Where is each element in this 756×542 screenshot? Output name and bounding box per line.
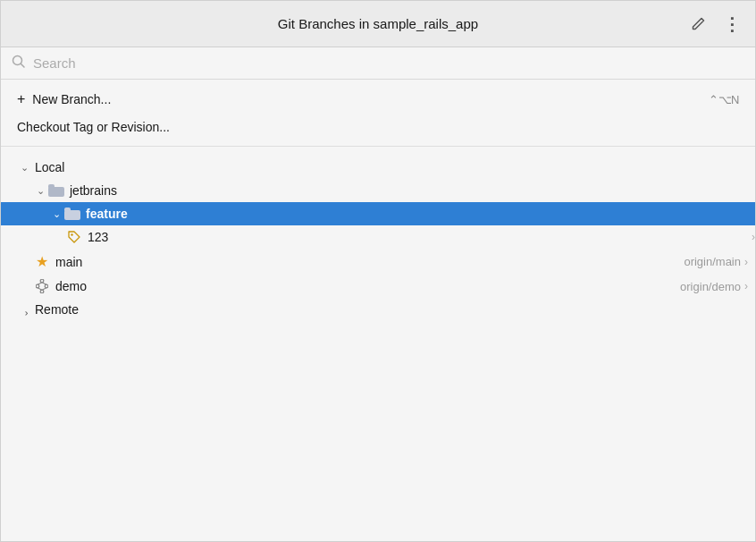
svg-rect-3 xyxy=(48,184,55,189)
svg-point-7 xyxy=(40,279,44,283)
feature-row[interactable]: ⌄ feature xyxy=(1,202,755,225)
main-window: Git Branches in sample_rails_app ⋮ xyxy=(0,0,756,542)
new-branch-item[interactable]: + New Branch... ⌃⌥N xyxy=(1,85,755,114)
jetbrains-folder-icon xyxy=(47,183,65,198)
new-branch-label: New Branch... xyxy=(32,92,111,106)
demo-row[interactable]: demo origin/demo › xyxy=(1,275,755,298)
title-bar-actions: ⋮ xyxy=(687,13,743,35)
title-bar: Git Branches in sample_rails_app ⋮ xyxy=(1,1,755,47)
local-label: Local xyxy=(35,160,64,174)
star-icon: ★ xyxy=(33,253,51,270)
main-row[interactable]: ★ main origin/main › xyxy=(1,249,755,275)
jetbrains-label: jetbrains xyxy=(70,183,117,198)
tree-section: ⌄ Local ⌄ jetbrains ⌄ xyxy=(1,147,755,330)
new-branch-shortcut: ⌃⌥N xyxy=(709,93,739,106)
tag-123-row[interactable]: 123 › xyxy=(1,225,755,249)
tag-123-chevron: › xyxy=(752,231,755,243)
fork-icon xyxy=(33,279,51,293)
feature-folder-icon xyxy=(63,207,81,221)
demo-remote-chevron: › xyxy=(744,280,748,292)
window-title: Git Branches in sample_rails_app xyxy=(278,16,478,31)
svg-line-14 xyxy=(42,288,46,290)
main-label: main xyxy=(55,255,684,269)
demo-remote-ref: origin/demo › xyxy=(680,280,755,293)
menu-section: + New Branch... ⌃⌥N Checkout Tag or Revi… xyxy=(1,80,755,147)
more-options-button[interactable]: ⋮ xyxy=(721,13,743,35)
main-remote-label: origin/main xyxy=(684,255,741,268)
tag-icon xyxy=(65,230,83,244)
local-chevron-down: ⌄ xyxy=(17,162,31,174)
svg-line-1 xyxy=(21,64,25,68)
search-bar xyxy=(1,47,755,80)
jetbrains-chevron-down: ⌄ xyxy=(33,185,47,197)
main-remote-chevron: › xyxy=(744,256,748,268)
demo-remote-label: origin/demo xyxy=(680,280,741,293)
tag-123-label: 123 xyxy=(88,230,752,244)
search-input[interactable] xyxy=(33,55,744,71)
feature-label: feature xyxy=(86,207,755,221)
content-area: + New Branch... ⌃⌥N Checkout Tag or Revi… xyxy=(1,80,755,541)
local-row[interactable]: ⌄ Local xyxy=(1,156,755,179)
main-remote-ref: origin/main › xyxy=(684,255,755,268)
checkout-tag-item[interactable]: Checkout Tag or Revision... xyxy=(1,114,755,140)
edit-icon-button[interactable] xyxy=(687,13,709,35)
svg-line-11 xyxy=(38,283,42,284)
svg-line-12 xyxy=(42,283,46,284)
jetbrains-row[interactable]: ⌄ jetbrains xyxy=(1,179,755,202)
checkout-tag-label: Checkout Tag or Revision... xyxy=(17,120,170,134)
feature-chevron-down: ⌄ xyxy=(49,208,63,220)
svg-rect-5 xyxy=(64,207,71,212)
search-icon xyxy=(12,55,26,72)
svg-point-10 xyxy=(40,290,44,293)
remote-row[interactable]: ⌄ Remote xyxy=(1,298,755,321)
svg-point-6 xyxy=(71,233,72,235)
svg-line-13 xyxy=(38,288,42,290)
demo-label: demo xyxy=(55,279,680,293)
remote-label: Remote xyxy=(35,302,79,317)
plus-icon: + xyxy=(17,91,25,107)
remote-chevron-right: ⌄ xyxy=(19,302,30,317)
svg-point-9 xyxy=(45,284,48,288)
svg-point-8 xyxy=(36,284,39,288)
more-icon: ⋮ xyxy=(723,15,742,33)
